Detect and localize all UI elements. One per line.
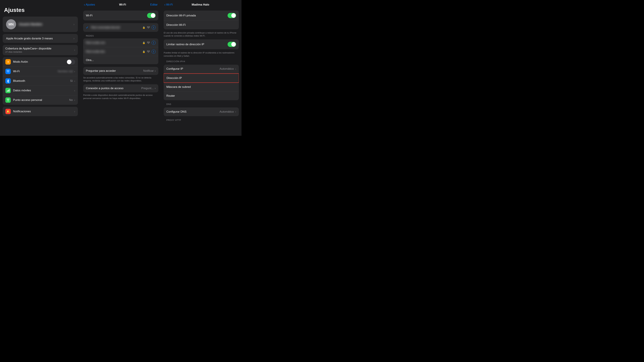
hotspot-row[interactable]: Punto acceso personal No › xyxy=(3,95,78,105)
network-settings-group: ✈ Modo Avión Wi-Fi Nombre red › xyxy=(3,57,78,105)
configurar-dns-row[interactable]: Configurar DNS Automático › xyxy=(164,107,239,116)
router-row[interactable]: Router xyxy=(164,91,239,100)
wifi-address-label: Dirección Wi-Fi xyxy=(166,23,186,27)
hotspot-connection-row[interactable]: Conexión a puntos de acceso Pregunt... › xyxy=(83,84,158,92)
notifications-row[interactable]: 🔔 Notificaciones › xyxy=(3,107,78,116)
apple-arcade-promo[interactable]: Apple Arcade gratis durante 3 meses › xyxy=(3,34,78,43)
bluetooth-chevron-icon: › xyxy=(74,79,75,83)
private-wifi-row: Dirección Wi-Fi privada xyxy=(164,10,239,21)
network-1-lock-icon: 🔒 xyxy=(142,41,145,44)
network-2-icons: 🔒 i xyxy=(142,50,156,54)
configurar-ip-label: Configurar IP xyxy=(166,67,183,70)
notifications-group: 🔔 Notificaciones › xyxy=(3,107,78,116)
hotspot-icon xyxy=(5,97,11,103)
detail-nav-back-label: Wi-Fi xyxy=(166,3,173,6)
hotspot-connection-value: Pregunt... › xyxy=(142,87,156,90)
wifi-panel: ‹ Ajustes Wi-Fi Editar Wi-Fi ✓ Red conec… xyxy=(80,0,161,136)
applecare-row[interactable]: Cobertura de AppleCare+ disponible 27 dí… xyxy=(3,45,78,55)
svg-point-9 xyxy=(148,43,148,44)
hotspot-connection-label: Conexión a puntos de acceso xyxy=(86,87,124,90)
network-item-1[interactable]: Red oculta uno 🔒 i xyxy=(83,38,158,47)
configurar-dns-value: Automático xyxy=(220,110,234,113)
wifi-nav-edit[interactable]: Editar xyxy=(150,3,158,6)
limit-ip-toggle-knob xyxy=(231,42,236,46)
network-name-1: Red oculta uno xyxy=(86,41,142,44)
applecare-group: Cobertura de AppleCare+ disponible 27 dí… xyxy=(3,45,78,55)
promo-chevron-icon: › xyxy=(74,37,74,40)
mascara-subred-label: Máscara de subred xyxy=(166,85,191,89)
network-item-2[interactable]: Red oculta dos 🔒 i xyxy=(83,47,158,56)
punto-acceso-value: No xyxy=(69,98,73,102)
ask-join-label: Preguntar para acceder xyxy=(86,69,116,72)
detail-back-chevron-icon: ‹ xyxy=(164,3,166,6)
detail-nav-back[interactable]: ‹ Wi-Fi xyxy=(164,3,173,6)
limit-ip-label: Limitar rastreo de dirección IP xyxy=(166,43,204,46)
wifi-toggle-section: Wi-Fi xyxy=(83,10,158,20)
dns-group: Configurar DNS Automático › xyxy=(164,107,239,116)
applecare-sublabel: 27 días restantes xyxy=(5,51,74,53)
wifi-toggle-label: Wi-Fi xyxy=(86,14,92,17)
router-label: Router xyxy=(166,94,175,97)
connected-info-button[interactable]: i xyxy=(152,25,156,29)
wifi-nav: ‹ Ajustes Wi-Fi Editar xyxy=(80,0,161,9)
applecare-label: Cobertura de AppleCare+ disponible xyxy=(5,47,74,50)
profile-name: Usuario Nombre xyxy=(19,23,42,26)
modo-avion-toggle[interactable] xyxy=(66,59,75,64)
ask-join-desc: Se accederá automáticamente a las redes … xyxy=(80,76,161,84)
limit-ip-group: Limitar rastreo de dirección IP xyxy=(164,39,239,49)
wifi-address-desc: El uso de una dirección privada contribu… xyxy=(161,30,242,38)
bluetooth-row[interactable]: Bluetooth Sí › xyxy=(3,76,78,86)
wifi-nav-back[interactable]: ‹ Ajustes xyxy=(84,3,95,6)
promo-label: Apple Arcade gratis durante 3 meses xyxy=(6,37,53,40)
modo-avion-label: Modo Avión xyxy=(13,60,66,63)
direccion-ip-highlight: Dirección IP xyxy=(164,73,239,83)
wifi-chevron-icon: › xyxy=(74,70,75,73)
configurar-ip-value: Automático xyxy=(220,67,234,70)
private-wifi-toggle-wrapper xyxy=(228,13,236,18)
svg-rect-1 xyxy=(7,91,8,92)
network-1-wifi-icon xyxy=(147,41,150,44)
svg-point-0 xyxy=(8,72,8,72)
svg-rect-4 xyxy=(9,89,10,92)
dns-section-label: DNS xyxy=(161,101,242,106)
configurar-ip-row[interactable]: Configurar IP Automático › xyxy=(164,65,239,73)
limit-ip-row: Limitar rastreo de dirección IP xyxy=(164,39,239,49)
connected-network-icons: 🔒 i xyxy=(142,25,156,29)
hotspot-connection-section: Conexión a puntos de acceso Pregunt... › xyxy=(83,84,158,92)
wifi-main-toggle[interactable] xyxy=(147,13,156,18)
limit-ip-toggle[interactable] xyxy=(228,42,236,47)
private-wifi-toggle[interactable] xyxy=(228,13,236,18)
profile-chevron-icon: › xyxy=(74,23,74,26)
punto-acceso-label: Punto acceso personal xyxy=(13,98,69,102)
direccion-ip-label: Dirección IP xyxy=(166,76,182,80)
limit-ip-toggle-wrapper xyxy=(228,42,236,47)
direccion-ip-row[interactable]: Dirección IP xyxy=(164,74,239,82)
cellular-icon xyxy=(5,88,11,93)
ipv4-section-label: DIRECCIÓN IPV4 xyxy=(161,58,242,63)
datos-moviles-chevron-icon: › xyxy=(74,89,75,92)
configurar-dns-chevron-icon: › xyxy=(235,110,236,113)
bluetooth-label: Bluetooth xyxy=(13,79,70,83)
connected-network-row[interactable]: ✓ Red conectada blurred 🔒 i xyxy=(83,23,158,32)
bluetooth-icon xyxy=(5,78,11,84)
datos-moviles-row[interactable]: Datos móviles › xyxy=(3,86,78,95)
profile-row[interactable]: MN Usuario Nombre › xyxy=(3,16,78,32)
hotspot-desc: Permite a este dispositivo descubrir aut… xyxy=(80,94,161,102)
connected-lock-icon: 🔒 xyxy=(142,26,145,29)
wifi-nav-back-label: Ajustes xyxy=(86,3,95,6)
datos-moviles-label: Datos móviles xyxy=(13,89,74,92)
configurar-dns-label: Configurar DNS xyxy=(166,110,186,113)
other-network-row[interactable]: Otra... xyxy=(83,56,158,64)
ask-join-row[interactable]: Preguntar para acceder Notificar › xyxy=(83,67,158,75)
svg-rect-2 xyxy=(8,90,8,92)
modo-avion-row[interactable]: ✈ Modo Avión xyxy=(3,57,78,67)
network-detail-panel: ‹ Wi-Fi Madima Halo Dirección Wi-Fi priv… xyxy=(161,0,242,136)
wifi-row[interactable]: Wi-Fi Nombre red › xyxy=(3,67,78,76)
bluetooth-value: Sí xyxy=(70,79,73,83)
notifications-icon: 🔔 xyxy=(5,109,11,114)
private-wifi-label: Dirección Wi-Fi privada xyxy=(166,14,196,17)
redes-section-label: REDES xyxy=(80,34,161,38)
mascara-subred-row[interactable]: Máscara de subred xyxy=(164,83,239,91)
network-2-info-button[interactable]: i xyxy=(152,50,156,54)
network-1-info-button[interactable]: i xyxy=(152,41,156,45)
